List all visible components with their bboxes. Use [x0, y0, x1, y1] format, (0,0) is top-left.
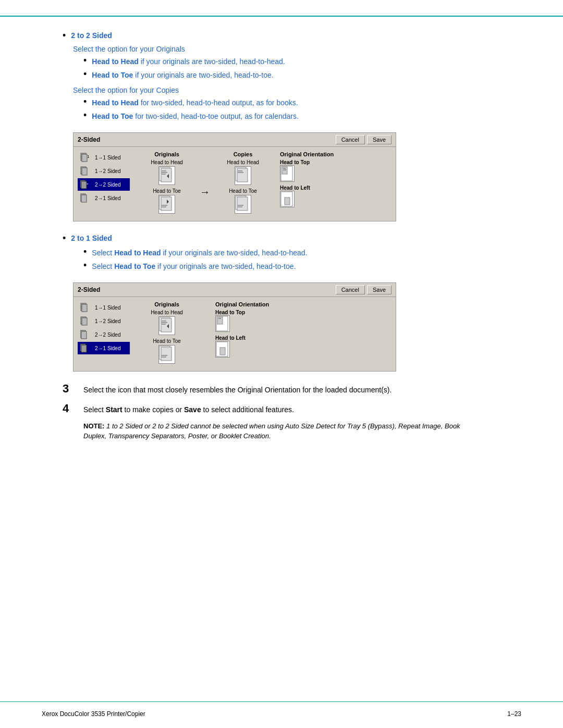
sect2-bullet-1-text: Select Head to Head if your originals ar… — [92, 248, 307, 258]
svg-rect-54 — [220, 348, 225, 355]
p2-orig-hth-icon[interactable] — [158, 316, 175, 335]
note-text: 1 to 2 Sided or 2 to 2 Sided cannot be s… — [83, 422, 460, 440]
copies-bold-2: Head to Toe — [92, 112, 133, 120]
step4-save: Save — [184, 405, 201, 414]
p2-orient-top-box[interactable] — [215, 315, 230, 332]
p2-orig-hth-label: Head to Head — [151, 310, 183, 315]
panel2-sidebar: 1→1 Sided 1→2 Sided — [78, 301, 130, 367]
option-2to1[interactable]: 2→1 Sided — [78, 192, 130, 204]
sect2-bullet-1: • Select Head to Head if your originals … — [83, 248, 469, 258]
copies-rest-2: for two-sided, head-to-toe output, as fo… — [133, 112, 299, 120]
orig-htt-icon[interactable] — [158, 195, 175, 214]
orig-hth-svg — [159, 167, 176, 186]
orient-left-box[interactable] — [280, 191, 295, 207]
panel2-orient-label: Original Orientation — [215, 301, 283, 307]
panel2-buttons: Cancel Save — [336, 285, 391, 294]
panel1-title: 2-Sided — [78, 136, 100, 143]
p2-option-1to1[interactable]: 1→1 Sided — [78, 301, 130, 314]
section2-bullets: • Select Head to Head if your originals … — [83, 248, 469, 272]
section1-title-item: • 2 to 2 Sided — [63, 31, 469, 42]
sect2-bullet-2-text: Select Head to Toe if your originals are… — [92, 261, 296, 272]
orig-htt-label: Head to Toe — [153, 188, 181, 194]
step4-start: Start — [106, 405, 123, 414]
orig-bullet-2: • Head to Toe if your originals are two-… — [83, 70, 469, 81]
step3-text: Select the icon that most closely resemb… — [83, 386, 391, 394]
orig-htt-svg — [159, 195, 176, 214]
svg-rect-34 — [82, 304, 87, 312]
p2-icon-2to2 — [80, 330, 93, 339]
p2-orient-left-svg — [216, 341, 230, 358]
panel1-orientation: Original Orientation Head to Top — [280, 151, 348, 217]
svg-rect-11 — [161, 168, 172, 182]
svg-rect-28 — [282, 167, 287, 174]
p2-orient-left-row: Head to Left — [215, 335, 283, 357]
bullet-dot-5: • — [83, 110, 87, 121]
panel1: 2-Sided Cancel Save 1 1→1 Sided — [73, 132, 396, 221]
panel1-copies-label: Copies — [234, 151, 253, 157]
orient-top-box[interactable] — [280, 165, 295, 182]
section2-title: 2 to 1 Sided — [71, 234, 112, 242]
step4-suffix: to select additional features. — [201, 405, 294, 414]
bullet-dot-2: • — [83, 55, 87, 66]
svg-rect-20 — [237, 168, 248, 182]
orig-bullet-2-text: Head to Toe if your originals are two-si… — [92, 70, 273, 81]
section1-title: 2 to 2 Sided — [71, 31, 112, 40]
panel2-body: 1→1 Sided 1→2 Sided — [74, 297, 396, 371]
panel1-save-button[interactable]: Save — [367, 135, 391, 144]
p2-label-1to2: 1→2 Sided — [95, 318, 120, 324]
page-container: • 2 to 2 Sided Select the option for you… — [0, 0, 563, 728]
p2-orient-left-box[interactable] — [215, 341, 230, 357]
orig-bullet-1: • Head to Head if your originals are two… — [83, 56, 469, 67]
svg-text:1: 1 — [87, 154, 90, 159]
p2-orig-htt-icon[interactable] — [158, 345, 175, 364]
orient-left-svg — [280, 191, 295, 208]
sect2-bold-2: Head to Toe — [114, 262, 155, 270]
copies-hth-icon[interactable] — [235, 166, 251, 185]
step4-middle: to make copies or — [123, 405, 184, 414]
panel2-save-button[interactable]: Save — [367, 285, 391, 294]
p2-icon-2to1 — [80, 343, 93, 353]
step4-row: 4 Select Start to make copies or Save to… — [63, 404, 469, 441]
p2-option-1to2[interactable]: 1→2 Sided — [78, 315, 130, 327]
p2-icon-1to1 — [80, 303, 93, 312]
p2-option-2to1[interactable]: 2→1 Sided — [78, 342, 130, 354]
bullet-dot-3: • — [83, 69, 87, 80]
orig-bullet-1-text: Head to Head if your originals are two-s… — [92, 56, 285, 67]
panel1-originals-label: Originals — [154, 151, 179, 157]
p2-label-2to2: 2→2 Sided — [95, 332, 120, 338]
svg-rect-38 — [81, 331, 87, 339]
panel2-header: 2-Sided Cancel Save — [74, 283, 396, 297]
copies-htt-box: Head to Toe — [229, 188, 257, 214]
panel2: 2-Sided Cancel Save 1→1 Sided — [73, 282, 396, 372]
section-2to1: • 2 to 1 Sided • Select Head to Head if … — [63, 234, 469, 272]
bottom-border — [0, 701, 563, 702]
panel2-cancel-button[interactable]: Cancel — [336, 285, 365, 294]
panel1-cancel-button[interactable]: Cancel — [336, 135, 365, 144]
bullet-dot-7: • — [83, 246, 87, 257]
note-label: NOTE: — [83, 422, 104, 430]
option-1to1[interactable]: 1 1→1 Sided — [78, 151, 130, 164]
option-1to2[interactable]: 1→2 Sided — [78, 165, 130, 177]
panel1-sidebar: 1 1→1 Sided 1→2 Sided — [78, 151, 130, 217]
option-2to2[interactable]: 2→2 Sided — [78, 178, 130, 191]
p2-orient-left-label: Head to Left — [215, 335, 246, 341]
sect2-prefix-2: Select — [92, 262, 114, 270]
p2-orient-top-svg — [216, 316, 230, 332]
orig-bold-2: Head to Toe — [92, 71, 133, 79]
bullet-dot-6: • — [63, 233, 66, 244]
orient-left-label: Head to Left — [280, 185, 310, 191]
option-2to1-icon — [80, 193, 93, 203]
orig-hth-icon[interactable] — [158, 166, 175, 185]
copies-heading: Select the option for your Copies — [73, 86, 469, 94]
copies-bullet-1-text: Head to Head for two-sided, head-to-head… — [92, 97, 298, 108]
panel1-orient-label: Original Orientation — [280, 151, 348, 157]
p2-option-2to2[interactable]: 2→2 Sided — [78, 328, 130, 341]
svg-rect-42 — [161, 318, 172, 332]
panel2-title: 2-Sided — [78, 286, 100, 293]
svg-rect-4 — [82, 168, 87, 175]
note-block: NOTE: 1 to 2 Sided or 2 to 2 Sided canno… — [83, 421, 469, 441]
copies-bullet-2: • Head to Toe for two-sided, head-to-toe… — [83, 111, 469, 122]
bullet-dot-8: • — [83, 260, 87, 271]
copies-bullet-2-text: Head to Toe for two-sided, head-to-toe o… — [92, 111, 299, 122]
copies-htt-icon[interactable] — [235, 195, 251, 214]
